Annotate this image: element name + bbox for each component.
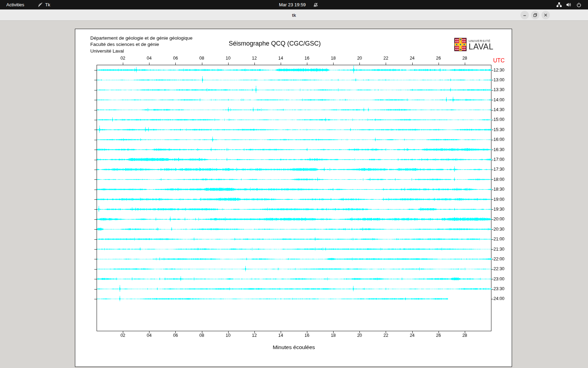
x-tick-label-top: 08 [196,56,208,61]
utc-time-label: 16:00 [493,137,504,142]
minimize-icon [522,13,527,18]
x-tick-label-bottom: 28 [459,333,471,338]
utc-time-label: 12:30 [493,68,504,73]
institution-line: Département de géologie et de génie géol… [90,35,192,41]
laval-shield-icon [454,38,467,51]
utc-time-label: 19:30 [493,207,504,212]
utc-time-label: 20:00 [493,217,504,222]
x-tick-label-bottom: 24 [406,333,418,338]
window-content: Département de géologie et de génie géol… [0,21,588,368]
x-tick-label-top: 06 [169,56,181,61]
x-tick-label-bottom: 08 [196,333,208,338]
restore-button[interactable] [531,11,539,19]
institution-line: Université Laval [90,48,192,54]
x-axis-title: Minutes écoulées [97,344,491,350]
laval-wordmark: UNIVERSITÉ LAVAL [469,38,493,51]
desktop: Activities Tk Mar 23 19:59 [0,0,588,368]
utc-time-label: 18:00 [493,177,504,182]
x-tick-label-bottom: 12 [248,333,260,338]
restore-icon [533,13,538,18]
x-tick-label-bottom: 14 [275,333,287,338]
top-bar: Activities Tk Mar 23 19:59 [0,0,588,9]
window-controls [520,11,550,19]
utc-time-label: 19:00 [493,197,504,202]
utc-time-label: 14:00 [493,97,504,102]
utc-time-label: 16:30 [493,147,504,152]
utc-time-label: 22:30 [493,266,504,271]
seismograph-plot-area: Département de géologie et de génie géol… [75,29,512,367]
x-tick-label-top: 26 [433,56,444,61]
x-tick-label-bottom: 18 [327,333,339,338]
laval-logo: UNIVERSITÉ LAVAL [454,38,493,51]
x-tick-label-top: 18 [327,56,339,61]
x-tick-label-top: 28 [459,56,471,61]
x-tick-label-bottom: 22 [380,333,392,338]
clock-menu[interactable]: Mar 23 19:59 [279,0,318,9]
seismogram-traces [75,29,512,367]
clock-label: Mar 23 19:59 [279,2,306,7]
utc-time-label: 21:30 [493,247,504,252]
x-tick-label-bottom: 16 [301,333,313,338]
minimize-button[interactable] [520,11,529,19]
x-tick-label-top: 16 [301,56,313,61]
close-icon [543,13,548,18]
x-tick-label-bottom: 20 [354,333,365,338]
x-tick-label-top: 04 [143,56,155,61]
x-tick-label-bottom: 06 [169,333,181,338]
app-menu-label: Tk [45,2,50,7]
utc-time-label: 17:30 [493,167,504,172]
utc-time-label: 15:30 [493,127,504,132]
utc-time-label: 13:00 [493,77,504,82]
utc-time-label: 24:00 [493,296,504,301]
utc-label: UTC [493,57,505,64]
utc-time-label: 13:30 [493,87,504,92]
x-tick-label-bottom: 26 [433,333,444,338]
x-tick-label-top: 24 [406,56,418,61]
network-icon [556,2,562,7]
utc-time-label: 15:00 [493,117,504,122]
notifications-muted-icon [313,2,318,7]
utc-time-label: 22:00 [493,257,504,261]
x-tick-label-top: 22 [380,56,392,61]
institution-header: Département de géologie et de génie géol… [90,35,192,54]
x-tick-label-bottom: 10 [222,333,234,338]
utc-time-label: 14:30 [493,107,504,112]
system-status-menu[interactable] [556,0,581,9]
x-tick-label-bottom: 04 [143,333,155,338]
close-button[interactable] [541,11,550,19]
utc-time-label: 18:30 [493,187,504,192]
volume-icon [566,2,572,7]
utc-time-label: 23:00 [493,277,504,281]
utc-time-label: 20:30 [493,227,504,232]
activities-button[interactable]: Activities [6,0,24,9]
power-icon [576,2,581,7]
utc-time-label: 21:00 [493,237,504,241]
window-title-bar[interactable]: tk [0,9,588,21]
utc-time-label: 17:00 [493,157,504,162]
window-title: tk [0,9,588,21]
x-tick-label-top: 12 [248,56,260,61]
tk-app-icon [37,2,43,7]
app-menu-button[interactable]: Tk [37,0,50,9]
utc-time-label: 23:30 [493,286,504,291]
chart-title: Séismographe QCQ (CGC/GSC) [187,40,362,47]
institution-line: Faculté des sciences et de génie [90,41,192,48]
x-tick-label-top: 14 [275,56,287,61]
x-tick-label-bottom: 02 [117,333,129,338]
x-tick-label-top: 02 [117,56,129,61]
laval-wordmark-bottom: LAVAL [469,43,493,50]
x-tick-label-top: 20 [354,56,365,61]
x-tick-label-top: 10 [222,56,234,61]
